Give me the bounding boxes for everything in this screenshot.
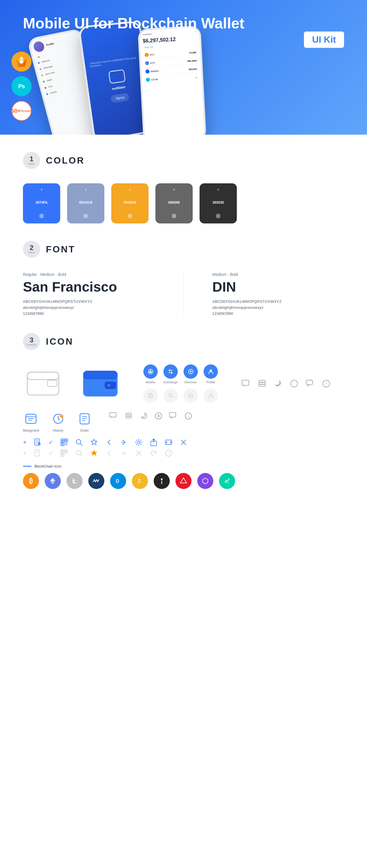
document-ghost-icon [33, 449, 41, 457]
swap-icon [165, 438, 173, 446]
color-card-orange: # F5A623 [111, 183, 148, 223]
svg-rect-48 [169, 412, 176, 417]
svg-rect-57 [62, 440, 63, 441]
nav-icons-row-ghost [143, 389, 218, 403]
svg-marker-100 [203, 478, 208, 484]
svg-rect-33 [26, 416, 36, 417]
color-card-blue: # 3574FA [23, 183, 60, 223]
moon-icon [273, 378, 283, 389]
svg-text:i: i [188, 414, 189, 418]
assets-ghost-icon [143, 389, 158, 403]
plus-icon: + [23, 439, 27, 446]
wallet-outline-icon [23, 366, 63, 401]
check-ghost-icon: ✓ [49, 450, 53, 457]
main-content: 1 ONE COLOR # 3574FA # 8DA0C8 # F5A623 #… [0, 135, 367, 518]
svg-rect-62 [65, 443, 66, 444]
search-icon [75, 438, 83, 446]
svg-rect-64 [65, 444, 66, 445]
exchange-icon [163, 364, 178, 379]
check-icon: ✓ [49, 439, 53, 446]
blockchain-label-row: BlockChain Icon [23, 464, 344, 468]
icon-title: ICON [46, 336, 74, 347]
close-icon [179, 438, 188, 446]
comment-small-icon [169, 411, 178, 421]
svg-marker-99 [180, 478, 187, 483]
action-icons-row-2: + ✓ i [23, 449, 344, 457]
section-number-1: 1 ONE [23, 152, 40, 169]
svg-text:i: i [326, 381, 327, 385]
back-ghost-icon [105, 449, 113, 457]
font-sf: Regular · Medium · Bold San Francisco AB… [23, 272, 155, 316]
zcash-icon: Z [132, 473, 148, 489]
assets-icon-item: Assets [143, 364, 158, 384]
blockchain-line [23, 466, 32, 467]
svg-point-97 [161, 478, 163, 480]
svg-marker-92 [50, 478, 53, 482]
discover-ghost-icon [184, 389, 198, 403]
profile-ghost-icon [204, 389, 218, 403]
svg-marker-15 [149, 370, 152, 373]
color-card-dark: # 303030 [200, 183, 237, 223]
svg-point-18 [209, 370, 212, 372]
svg-point-47 [158, 415, 160, 417]
svg-rect-29 [306, 380, 312, 385]
nav-icons-row-top: Assets Exchange [143, 364, 218, 384]
iota-icon [154, 473, 170, 489]
ark-icon [175, 473, 192, 489]
dot-circle-small-icon [154, 411, 163, 421]
svg-rect-61 [62, 443, 63, 445]
svg-point-22 [190, 395, 192, 397]
info-small-icon: i [184, 411, 193, 421]
layers-small-icon [124, 411, 133, 421]
document-icon [33, 438, 41, 446]
litecoin-icon: Ł [66, 473, 83, 489]
svg-marker-68 [91, 439, 97, 444]
plus-ghost-icon: + [23, 450, 27, 457]
crypto-icons-row: ₿ Ł D Z [23, 473, 344, 489]
profile-icon [204, 364, 218, 379]
svg-rect-42 [110, 412, 116, 417]
svg-point-13 [108, 384, 110, 387]
hero-title: Mobile UI for Blockchain Wallet [23, 14, 244, 32]
svg-rect-35 [28, 420, 32, 421]
share-icon [120, 438, 128, 446]
export-icon [150, 438, 158, 446]
qr-icon [60, 438, 68, 446]
moon-small-icon [139, 411, 148, 421]
search-ghost-icon [75, 449, 83, 457]
bitcoin-icon: ₿ [23, 473, 39, 489]
screens-badge: 60+ Screens [11, 101, 32, 121]
svg-rect-9 [47, 380, 57, 386]
svg-rect-81 [65, 451, 67, 452]
svg-text:Z: Z [138, 479, 141, 484]
qr-ghost-icon [60, 449, 68, 457]
svg-rect-59 [65, 440, 67, 441]
font-divider [184, 272, 184, 316]
color-section-header: 1 ONE COLOR [23, 152, 344, 169]
svg-point-23 [209, 394, 212, 396]
management-nav-item: Mangment [23, 411, 39, 433]
font-din: Medium · Bold DIN ABCDEFGHIJKLMNOPQRSTUV… [213, 272, 344, 316]
svg-rect-65 [66, 444, 67, 445]
circle-icon [289, 378, 299, 389]
svg-rect-34 [28, 418, 34, 419]
svg-rect-24 [242, 380, 249, 385]
svg-point-17 [190, 371, 192, 372]
info-ghost-icon: i [165, 449, 173, 457]
small-icons-group: i [109, 411, 193, 421]
chat-icon [241, 378, 251, 389]
icon-section-header: 3 THREE ICON [23, 333, 344, 350]
fonts-row: Regular · Medium · Bold San Francisco AB… [23, 272, 344, 316]
exchange-icon-item: Exchange [163, 364, 178, 384]
svg-marker-86 [91, 450, 97, 456]
redo-ghost-icon [150, 449, 158, 457]
color-title: COLOR [46, 155, 85, 166]
svg-line-67 [80, 443, 82, 445]
stack-icon [257, 378, 267, 389]
ethereum-icon [45, 473, 61, 489]
share-ghost-icon [120, 449, 128, 457]
ps-badge: Ps [11, 76, 32, 96]
bubble-icon [305, 378, 315, 389]
svg-marker-91 [53, 478, 55, 482]
assets-icon [143, 364, 158, 379]
